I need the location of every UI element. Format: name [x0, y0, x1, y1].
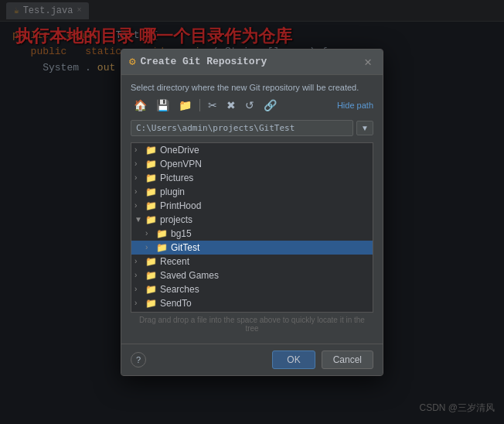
toolbar-separator [199, 99, 200, 111]
tree-item[interactable]: ›📁Recent [131, 255, 373, 268]
tree-arrow-collapsed: › [135, 257, 145, 265]
folder-icon: 📁 [145, 186, 157, 197]
tree-arrow-collapsed: › [135, 201, 145, 210]
tree-arrow-collapsed: › [135, 285, 145, 293]
create-git-repository-dialog: ⚙ Create Git Repository ✕ Select directo… [121, 49, 383, 376]
tree-item[interactable]: ▼📁projects [131, 213, 373, 227]
path-dropdown-button[interactable]: ▼ [356, 121, 373, 135]
dialog-title: Create Git Repository [140, 56, 267, 67]
tree-arrow-expanded: ▼ [135, 215, 145, 224]
dialog-overlay: ⚙ Create Git Repository ✕ Select directo… [0, 0, 504, 424]
tree-item[interactable]: ›📁Pictures [131, 171, 373, 185]
folder-icon: 📁 [145, 298, 157, 309]
dialog-close-button[interactable]: ✕ [361, 54, 375, 70]
file-tree[interactable]: ›📁OneDrive›📁OpenVPN›📁Pictures›📁plugin›📁P… [131, 142, 373, 313]
tree-item[interactable]: ›📁OneDrive [131, 143, 373, 157]
help-button[interactable]: ? [131, 352, 146, 368]
hide-path-link[interactable]: Hide path [337, 101, 373, 110]
folder-icon: 📁 [145, 256, 157, 267]
tree-item-label: Pictures [160, 173, 193, 183]
tree-arrow-collapsed: › [135, 299, 145, 307]
folder-icon: 📁 [145, 284, 157, 295]
toolbar-home-btn[interactable]: 🏠 [131, 98, 150, 112]
tree-arrow-collapsed: › [135, 145, 145, 154]
folder-icon: 📁 [145, 173, 157, 183]
folder-icon: 📁 [145, 200, 157, 211]
git-dialog-icon: ⚙ [129, 55, 135, 68]
tree-arrow-collapsed: › [145, 243, 156, 251]
folder-icon: 📁 [145, 159, 157, 169]
folder-icon: 📁 [156, 242, 168, 253]
tree-item[interactable]: ›📁PrintHood [131, 199, 373, 213]
tree-item-label: projects [160, 214, 192, 225]
tree-item[interactable]: ›📁Saved Games [131, 268, 373, 282]
tree-item-label: Saved Games [160, 270, 219, 281]
cancel-button[interactable]: Cancel [322, 350, 373, 369]
toolbar-cut-btn[interactable]: ✂ [205, 98, 220, 112]
dialog-body: Select directory where the new Git repos… [121, 75, 383, 344]
dialog-footer: ? OK Cancel [121, 344, 383, 375]
tree-item-label: OpenVPN [160, 159, 202, 169]
toolbar-save-btn[interactable]: 💾 [153, 98, 172, 112]
folder-icon: 📁 [145, 214, 157, 225]
path-input-field[interactable] [131, 120, 353, 136]
dialog-title-bar: ⚙ Create Git Repository ✕ [121, 50, 383, 75]
tree-item-label: OneDrive [160, 145, 199, 156]
tree-arrow-collapsed: › [135, 159, 145, 168]
tree-item-label: Searches [160, 284, 199, 295]
tree-item[interactable]: ›📁GitTest [131, 241, 373, 255]
toolbar-link-btn[interactable]: 🔗 [261, 98, 280, 112]
tree-arrow-collapsed: › [135, 271, 145, 279]
tree-arrow-collapsed: › [145, 229, 156, 238]
tree-item-label: GitTest [171, 242, 199, 253]
folder-icon: 📁 [145, 145, 157, 156]
tree-item[interactable]: ›📁OpenVPN [131, 157, 373, 171]
tree-item-label: plugin [160, 186, 185, 197]
footer-buttons: OK Cancel [272, 350, 373, 369]
folder-icon: 📁 [156, 228, 168, 239]
dialog-toolbar: 🏠 💾 📁 ✂ ✖ ↺ 🔗 Hide path [131, 98, 373, 115]
drag-hint-text: Drag and drop a file into the space abov… [131, 313, 373, 336]
tree-item-label: bg15 [171, 228, 192, 239]
toolbar-folder-btn[interactable]: 📁 [175, 98, 195, 112]
ok-button[interactable]: OK [272, 350, 315, 369]
tree-arrow-collapsed: › [135, 187, 145, 196]
tree-item-label: Recent [160, 256, 189, 267]
toolbar-delete-btn[interactable]: ✖ [223, 98, 239, 112]
folder-icon: 📁 [145, 270, 157, 281]
tree-arrow-collapsed: › [135, 173, 145, 182]
dialog-description: Select directory where the new Git repos… [131, 83, 373, 92]
tree-item[interactable]: ›📁SendTo [131, 296, 373, 310]
tree-item[interactable]: ›📁Searches [131, 282, 373, 296]
tree-item[interactable]: ›📁bg15 [131, 227, 373, 241]
tree-item-label: PrintHood [160, 200, 201, 211]
tree-item-label: SendTo [160, 298, 192, 309]
toolbar-refresh-btn[interactable]: ↺ [242, 98, 257, 112]
tree-item[interactable]: ›📁plugin [131, 185, 373, 199]
path-input-area: ▼ [131, 120, 373, 136]
